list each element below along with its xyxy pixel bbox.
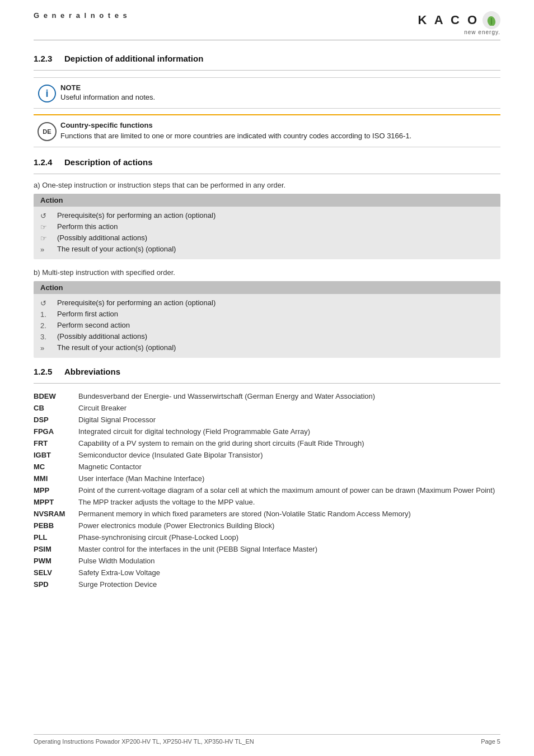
page-header: G e n e r a l n o t e s K A C O new ener… <box>34 11 500 40</box>
action-b-marker-4: 3. <box>40 332 57 341</box>
action-a-text-1: Prerequisite(s) for performing an action… <box>57 211 494 220</box>
page-footer: Operating Instructions Powador XP200-HV … <box>34 734 500 745</box>
action-a-text-3: (Possibly additional actions) <box>57 234 494 242</box>
header-title: G e n e r a l n o t e s <box>34 11 128 20</box>
kaco-leaf-icon <box>483 11 500 29</box>
action-b-item-1: ↺ Prerequisite(s) for performing an acti… <box>40 297 494 309</box>
action-a-marker-1: ↺ <box>40 211 57 220</box>
country-text: Functions that are limited to one or mor… <box>60 132 411 140</box>
abbrev-row: MPPTThe MPP tracker adjusts the voltage … <box>34 496 500 508</box>
action-b-item-2: 1. Perform first action <box>40 309 494 320</box>
action-b-item-3: 2. Perform second action <box>40 320 494 331</box>
action-b-header: Action <box>34 281 500 294</box>
abbrev-key: CB <box>34 402 78 414</box>
abbrev-key: MPPT <box>34 496 78 508</box>
country-title: Country-specific functions <box>60 121 411 129</box>
action-b-text-4: (Possibly additional actions) <box>57 332 494 340</box>
footer-text: Operating Instructions Powador XP200-HV … <box>34 738 254 745</box>
action-b-text-5: The result of your action(s) (optional) <box>57 343 494 352</box>
action-a-items: ↺ Prerequisite(s) for performing an acti… <box>34 207 500 259</box>
abbrev-key: PSIM <box>34 543 78 555</box>
kaco-logo-sub: new energy. <box>464 29 500 35</box>
note-content: NOTE Useful information and notes. <box>60 83 155 102</box>
action-a-text-4: The result of your action(s) (optional) <box>57 245 494 253</box>
abbrev-value: Semiconductor device (Insulated Gate Bip… <box>78 449 500 461</box>
abbrev-value: Safety Extra-Low Voltage <box>78 567 500 578</box>
kaco-logo-text: K A C O <box>418 13 479 27</box>
abbrev-value: Master control for the interfaces in the… <box>78 543 500 555</box>
abbrev-value: Circuit Breaker <box>78 402 500 414</box>
abbrev-key: DSP <box>34 414 78 426</box>
abbrev-row: BDEWBundesverband der Energie- und Wasse… <box>34 390 500 402</box>
section-123-rule <box>34 70 500 71</box>
section-124-number: 1.2.4 <box>34 157 64 167</box>
abbrev-key: MC <box>34 461 78 473</box>
abbrev-key: FPGA <box>34 426 78 437</box>
abbrev-value: User interface (Man Machine Interface) <box>78 473 500 484</box>
action-b-text-2: Perform first action <box>57 310 494 318</box>
action-b-marker-2: 1. <box>40 310 57 319</box>
abbrev-key: MPP <box>34 484 78 496</box>
abbrev-row: PEBBPower electronics module (Power Elec… <box>34 520 500 531</box>
country-content: Country-specific functions Functions tha… <box>60 121 411 141</box>
abbrev-row: CBCircuit Breaker <box>34 402 500 414</box>
abbrev-value: Pulse Width Modulation <box>78 555 500 567</box>
abbrev-row: MCMagnetic Contactor <box>34 461 500 473</box>
action-b-items: ↺ Prerequisite(s) for performing an acti… <box>34 294 500 358</box>
section-125-number: 1.2.5 <box>34 367 64 376</box>
section-125-heading: 1.2.5 Abbreviations <box>34 367 500 376</box>
section-125-title: Abbreviations <box>64 367 120 376</box>
country-box: DE Country-specific functions Functions … <box>34 114 500 147</box>
abbrev-value: Digital Signal Processor <box>78 414 500 426</box>
action-a-marker-3: ☞ <box>40 234 57 242</box>
action-a-item-3: ☞ (Possibly additional actions) <box>40 232 494 244</box>
abbrev-row: PSIMMaster control for the interfaces in… <box>34 543 500 555</box>
action-b-text-1: Prerequisite(s) for performing an action… <box>57 298 494 307</box>
abbrev-key: PLL <box>34 531 78 543</box>
abbrev-value: Capability of a PV system to remain on t… <box>78 437 500 449</box>
action-a-item-4: » The result of your action(s) (optional… <box>40 244 494 255</box>
action-a-item-2: ☞ Perform this action <box>40 221 494 232</box>
abbrev-row: MMIUser interface (Man Machine Interface… <box>34 473 500 484</box>
abbrev-row: DSPDigital Signal Processor <box>34 414 500 426</box>
action-b-item-5: » The result of your action(s) (optional… <box>40 342 494 353</box>
abbrev-row: PLLPhase-synchronising circuit (Phase-Lo… <box>34 531 500 543</box>
abbrev-value: Point of the current-voltage diagram of … <box>78 484 500 496</box>
abbrev-value: Integrated circuit for digital technolog… <box>78 426 500 437</box>
action-b-marker-5: » <box>40 343 57 352</box>
abbrev-row: IGBTSemiconductor device (Insulated Gate… <box>34 449 500 461</box>
abbrev-value: The MPP tracker adjusts the voltage to t… <box>78 496 500 508</box>
abbrev-value: Magnetic Contactor <box>78 461 500 473</box>
action-a-marker-4: » <box>40 245 57 254</box>
abbrev-key: SPD <box>34 578 78 590</box>
abbrev-key: IGBT <box>34 449 78 461</box>
abbrev-row: FRTCapability of a PV system to remain o… <box>34 437 500 449</box>
action-a-header: Action <box>34 194 500 207</box>
section-123-title: Depiction of additional information <box>64 54 203 63</box>
action-b-marker-1: ↺ <box>40 298 57 307</box>
note-title: NOTE <box>60 83 155 92</box>
country-icon-area: DE <box>34 121 60 141</box>
abbrev-value: Phase-synchronising circuit (Phase-Locke… <box>78 531 500 543</box>
note-text: Useful information and notes. <box>60 93 155 101</box>
abbrev-row: NVSRAMPermanent memory in which fixed pa… <box>34 508 500 520</box>
intro-b-text: b) Multi-step instruction with specified… <box>34 268 500 277</box>
abbrev-row: MPPPoint of the current-voltage diagram … <box>34 484 500 496</box>
abbrev-row: SPDSurge Protection Device <box>34 578 500 590</box>
abbrev-value: Permanent memory in which fixed paramete… <box>78 508 500 520</box>
section-123-heading: 1.2.3 Depiction of additional informatio… <box>34 54 500 63</box>
abbrev-key: PEBB <box>34 520 78 531</box>
abbrev-row: FPGAIntegrated circuit for digital techn… <box>34 426 500 437</box>
section-124-heading: 1.2.4 Description of actions <box>34 157 500 167</box>
de-icon: DE <box>38 122 57 141</box>
note-box: i NOTE Useful information and notes. <box>34 77 500 109</box>
intro-a-text: a) One-step instruction or instruction s… <box>34 181 500 189</box>
abbrev-key: BDEW <box>34 390 78 402</box>
abbrev-key: MMI <box>34 473 78 484</box>
abbrev-value: Power electronics module (Power Electron… <box>78 520 500 531</box>
action-a-text-2: Perform this action <box>57 222 494 231</box>
note-icon-area: i <box>34 83 60 102</box>
abbrev-key: NVSRAM <box>34 508 78 520</box>
action-b-item-4: 3. (Possibly additional actions) <box>40 331 494 342</box>
abbrev-key: FRT <box>34 437 78 449</box>
